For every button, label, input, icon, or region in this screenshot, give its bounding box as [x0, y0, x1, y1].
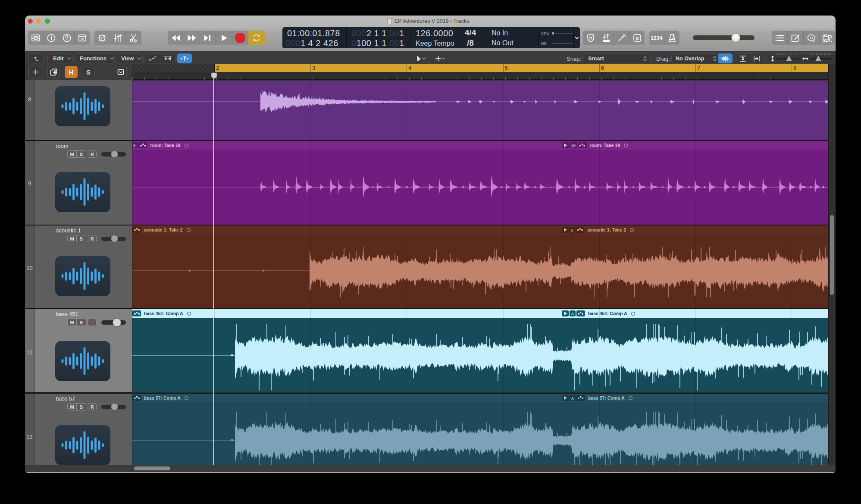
- svg-text:S: S: [636, 36, 639, 41]
- svg-text:O: O: [810, 35, 813, 40]
